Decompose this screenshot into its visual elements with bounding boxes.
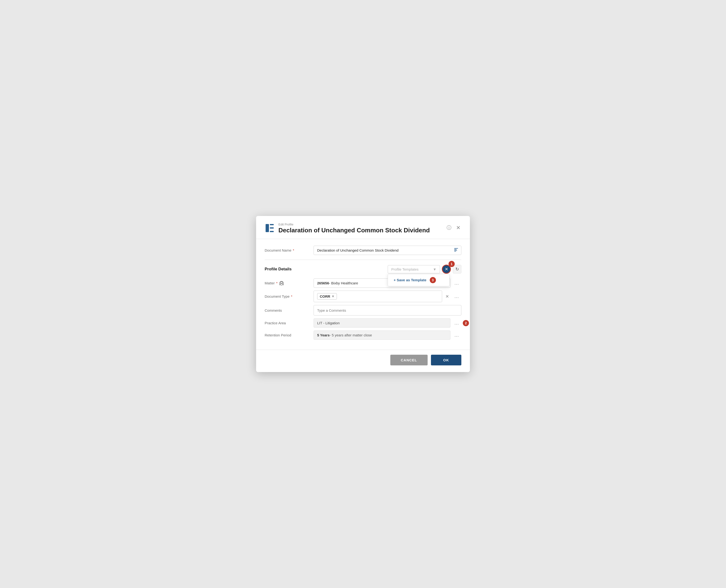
save-as-template-item[interactable]: + Save as Template 3 — [388, 274, 449, 286]
svg-rect-3 — [270, 231, 274, 232]
svg-point-8 — [281, 281, 282, 284]
template-controls: Profile Templates ▼ + Save as Template 3 — [388, 265, 461, 274]
retention-normal: - 5 years after matter close — [329, 333, 372, 337]
doc-type-required: * — [291, 294, 293, 298]
matter-more-button[interactable]: … — [452, 279, 461, 287]
svg-rect-6 — [454, 250, 457, 250]
comments-label: Comments — [265, 308, 310, 312]
dialog-header: Edit Profile Declaration of Unchanged Co… — [256, 216, 470, 239]
doc-type-label: Document Type * — [265, 294, 310, 298]
matter-number: 265656 — [317, 281, 329, 285]
practice-area-field-row: Practice Area LIT - Litigation … 2 — [265, 318, 461, 328]
reset-template-button[interactable]: ↻ — [453, 265, 461, 273]
template-placeholder: Profile Templates — [391, 267, 419, 271]
matter-label: Matter * — [265, 280, 310, 286]
reset-icon: ↻ — [455, 267, 459, 272]
matter-separator: - — [329, 281, 330, 285]
document-name-wrap — [314, 246, 461, 255]
doc-type-value-wrap: CORR ✕ ✕ … — [314, 291, 461, 302]
profile-details-header: Profile Details Profile Templates ▼ + Sa… — [265, 265, 461, 274]
header-actions: ⓘ ✕ — [446, 224, 461, 232]
doc-type-field-row: Document Type * CORR ✕ ✕ … — [265, 291, 461, 302]
retention-more-button[interactable]: … — [452, 331, 461, 339]
practice-area-value: LIT - Litigation — [317, 321, 340, 325]
retention-value-box: 5 Years - 5 years after matter close — [314, 331, 450, 340]
doc-type-tag-close[interactable]: ✕ — [332, 295, 334, 298]
svg-rect-5 — [454, 249, 456, 249]
header-left: Edit Profile Declaration of Unchanged Co… — [265, 223, 430, 234]
doc-type-tag-text: CORR — [320, 294, 330, 298]
template-dropdown-menu: + Save as Template 3 — [388, 274, 449, 286]
template-dropdown: Profile Templates ▼ + Save as Template 3 — [388, 265, 440, 273]
close-button[interactable]: ✕ — [455, 224, 461, 232]
help-button[interactable]: ⓘ — [446, 224, 452, 232]
retention-value-wrap: 5 Years - 5 years after matter close … — [314, 331, 461, 340]
badge-3: 3 — [430, 277, 436, 283]
svg-point-9 — [280, 281, 283, 285]
ok-button[interactable]: OK — [431, 355, 462, 365]
clear-button-wrap: ✕ 1 — [442, 265, 451, 274]
edit-profile-dialog: Edit Profile Declaration of Unchanged Co… — [256, 216, 470, 372]
dialog-body: Document Name * Profile Details — [256, 239, 470, 347]
doc-type-clear-button[interactable]: ✕ — [444, 293, 450, 299]
matter-person-icon — [279, 280, 284, 286]
document-name-label: Document Name * — [265, 248, 310, 252]
practice-area-value-wrap: LIT - Litigation … 2 — [314, 318, 461, 328]
svg-rect-0 — [265, 224, 269, 232]
practice-area-value-box: LIT - Litigation — [314, 318, 450, 328]
matter-required: * — [276, 281, 278, 285]
cancel-button[interactable]: CANCEL — [390, 355, 428, 365]
practice-area-label: Practice Area — [265, 321, 310, 325]
svg-rect-4 — [454, 248, 458, 249]
document-name-icon — [454, 247, 458, 253]
doc-type-tag: CORR ✕ — [317, 293, 337, 299]
profile-templates-button[interactable]: Profile Templates ▼ — [388, 265, 440, 273]
dialog-footer: CANCEL OK — [256, 350, 470, 372]
clear-icon: ✕ — [445, 267, 448, 272]
retention-field-row: Retention Period 5 Years - 5 years after… — [265, 331, 461, 340]
close-icon: ✕ — [456, 225, 461, 231]
doc-type-value-box: CORR ✕ — [314, 291, 442, 302]
app-logo-icon — [265, 223, 275, 234]
comments-value-wrap — [314, 305, 461, 315]
dropdown-arrow-icon: ▼ — [433, 267, 436, 271]
svg-rect-7 — [454, 251, 456, 251]
retention-label: Retention Period — [265, 333, 310, 337]
svg-rect-1 — [270, 224, 274, 225]
document-name-input[interactable] — [314, 246, 461, 255]
edit-profile-subtitle: Edit Profile — [278, 223, 430, 226]
document-name-group: Document Name * — [265, 246, 461, 255]
comments-input[interactable] — [314, 305, 461, 315]
required-star: * — [293, 248, 294, 252]
profile-details-label: Profile Details — [265, 267, 292, 272]
practice-area-more-button[interactable]: … — [452, 319, 461, 327]
retention-bold: 5 Years — [317, 333, 329, 337]
matter-name: Bixby Healthcare — [331, 281, 358, 285]
comments-field-row: Comments — [265, 305, 461, 315]
badge-2: 2 — [463, 320, 469, 326]
badge-1: 1 — [449, 261, 455, 267]
dialog-title: Declaration of Unchanged Common Stock Di… — [278, 227, 430, 234]
help-icon: ⓘ — [447, 225, 451, 231]
header-titles: Edit Profile Declaration of Unchanged Co… — [278, 223, 430, 234]
doc-type-more-button[interactable]: … — [452, 293, 461, 300]
svg-rect-2 — [270, 227, 274, 229]
